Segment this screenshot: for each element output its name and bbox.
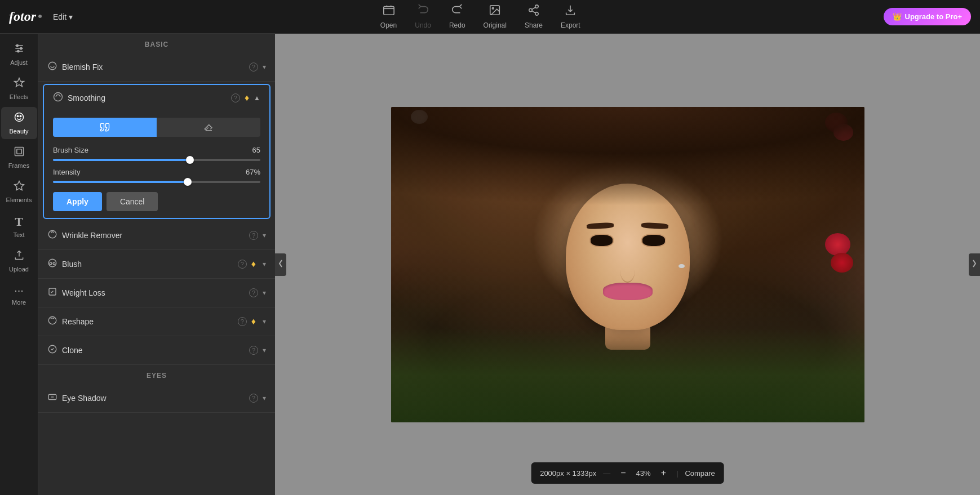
- redo-action[interactable]: Redo: [449, 4, 465, 29]
- sidebar-item-adjust[interactable]: Adjust: [1, 38, 37, 70]
- sidebar-item-effects[interactable]: Effects: [1, 73, 37, 105]
- original-icon: [489, 4, 501, 19]
- undo-action[interactable]: Undo: [415, 4, 431, 29]
- eye-shadow-item: Eye Shadow ? ▾: [38, 384, 275, 413]
- blemish-fix-help[interactable]: ?: [249, 63, 258, 72]
- adjust-label: Adjust: [10, 59, 28, 66]
- blush-header[interactable]: Blush ? ♦ ▾: [38, 250, 275, 278]
- separator: —: [603, 469, 610, 478]
- reshape-label: Reshape: [62, 317, 233, 326]
- wrinkle-remover-header[interactable]: Wrinkle Remover ? ▾: [38, 221, 275, 249]
- clone-item: Clone ? ▾: [38, 336, 275, 365]
- wrinkle-remover-item: Wrinkle Remover ? ▾: [38, 221, 275, 250]
- reshape-help[interactable]: ?: [238, 317, 247, 326]
- collapse-panel-button[interactable]: [275, 253, 286, 276]
- weight-loss-header[interactable]: Weight Loss ? ▾: [38, 279, 275, 307]
- original-action[interactable]: Original: [484, 4, 507, 29]
- intensity-value-display: 67%: [246, 168, 260, 176]
- upload-icon: [14, 249, 25, 264]
- svg-marker-19: [14, 181, 24, 190]
- brush-size-slider: Brush Size 65: [53, 146, 260, 161]
- svg-point-20: [48, 62, 56, 70]
- crown-icon: 👑: [893, 12, 902, 21]
- text-label: Text: [13, 231, 24, 238]
- frames-icon: [14, 146, 25, 160]
- cancel-button[interactable]: Cancel: [107, 192, 158, 211]
- brush-erase-button[interactable]: [157, 118, 260, 137]
- edit-label: Edit: [53, 12, 66, 21]
- more-icon: ···: [14, 284, 24, 297]
- edit-chevron-icon: ▾: [69, 12, 73, 21]
- eye-shadow-icon: [47, 392, 57, 404]
- open-label: Open: [380, 21, 397, 29]
- intensity-slider: Intensity 67%: [53, 168, 260, 183]
- canvas-area: 2000px × 1333px — − 43% + | Compare: [275, 34, 980, 495]
- clone-header[interactable]: Clone ? ▾: [38, 336, 275, 364]
- intensity-thumb[interactable]: [184, 178, 192, 186]
- reshape-item: Reshape ? ♦ ▾: [38, 307, 275, 336]
- blush-chevron-icon: ▾: [263, 260, 266, 268]
- blush-help[interactable]: ?: [238, 260, 247, 269]
- apply-button[interactable]: Apply: [53, 192, 102, 211]
- expand-right-button[interactable]: [969, 253, 980, 276]
- image-dimensions: 2000px × 1333px: [540, 469, 596, 478]
- sidebar-item-frames[interactable]: Frames: [1, 141, 37, 173]
- sidebar-item-beauty[interactable]: Beauty: [1, 107, 37, 139]
- blemish-fix-header[interactable]: Blemish Fix ? ▾: [38, 53, 275, 81]
- brush-size-thumb[interactable]: [186, 156, 194, 164]
- sidebar-item-text[interactable]: T Text: [1, 210, 37, 243]
- reshape-header[interactable]: Reshape ? ♦ ▾: [38, 307, 275, 336]
- zoom-out-button[interactable]: −: [617, 467, 629, 479]
- blemish-fix-icon: [47, 61, 57, 73]
- app-logo: fotor®: [9, 9, 42, 24]
- bottom-bar: 2000px × 1333px — − 43% + | Compare: [531, 462, 724, 484]
- separator2: |: [676, 469, 678, 478]
- intensity-fill: [53, 181, 188, 183]
- reshape-chevron-icon: ▾: [263, 318, 266, 325]
- share-action[interactable]: Share: [525, 4, 543, 29]
- main-area: Adjust Effects Beauty Frames Elements: [0, 34, 980, 495]
- edit-menu[interactable]: Edit ▾: [48, 10, 77, 24]
- clone-icon: [47, 344, 57, 356]
- sidebar-item-more[interactable]: ··· More: [1, 279, 37, 310]
- clone-chevron-icon: ▾: [263, 346, 266, 354]
- beauty-icon: [14, 112, 25, 126]
- wrinkle-remover-help[interactable]: ?: [249, 231, 258, 240]
- smoothing-premium-icon: ♦: [245, 93, 249, 103]
- brush-size-track[interactable]: [53, 159, 260, 161]
- export-action[interactable]: Export: [561, 4, 580, 29]
- redo-label: Redo: [449, 21, 465, 29]
- svg-point-11: [16, 44, 18, 46]
- beauty-panel: BASIC Blemish Fix ? ▾ Smoothing ? ♦ ▲: [38, 34, 275, 495]
- brush-size-label: Brush Size: [53, 146, 88, 154]
- wrinkle-remover-label: Wrinkle Remover: [62, 231, 245, 240]
- eye-shadow-help[interactable]: ?: [249, 394, 258, 403]
- original-label: Original: [484, 21, 507, 29]
- upgrade-button[interactable]: 👑 Upgrade to Pro+: [884, 8, 972, 25]
- sidebar-item-upload[interactable]: Upload: [1, 245, 37, 277]
- weight-loss-chevron-icon: ▾: [263, 289, 266, 297]
- topbar-actions: Open Undo Redo Original Share: [77, 4, 883, 29]
- weight-loss-label: Weight Loss: [62, 288, 245, 297]
- brush-draw-button[interactable]: [53, 118, 157, 137]
- weight-loss-help[interactable]: ?: [249, 288, 258, 297]
- adjust-icon: [14, 43, 25, 57]
- share-icon: [527, 4, 540, 19]
- redo-icon: [451, 4, 463, 19]
- eye-shadow-header[interactable]: Eye Shadow ? ▾: [38, 384, 275, 412]
- clone-help[interactable]: ?: [249, 346, 258, 355]
- intensity-track[interactable]: [53, 181, 260, 183]
- sidebar-item-elements[interactable]: Elements: [1, 176, 37, 208]
- intensity-value: 67: [246, 168, 254, 176]
- weight-loss-item: Weight Loss ? ▾: [38, 279, 275, 307]
- open-action[interactable]: Open: [380, 4, 397, 29]
- zoom-in-button[interactable]: +: [658, 467, 669, 479]
- export-label: Export: [561, 21, 580, 29]
- smoothing-chevron-icon[interactable]: ▲: [254, 94, 260, 102]
- smoothing-help[interactable]: ?: [231, 93, 240, 102]
- svg-point-24: [53, 262, 55, 265]
- svg-rect-0: [383, 7, 393, 15]
- svg-rect-17: [15, 148, 23, 156]
- svg-line-6: [532, 11, 535, 13]
- compare-button[interactable]: Compare: [685, 469, 715, 478]
